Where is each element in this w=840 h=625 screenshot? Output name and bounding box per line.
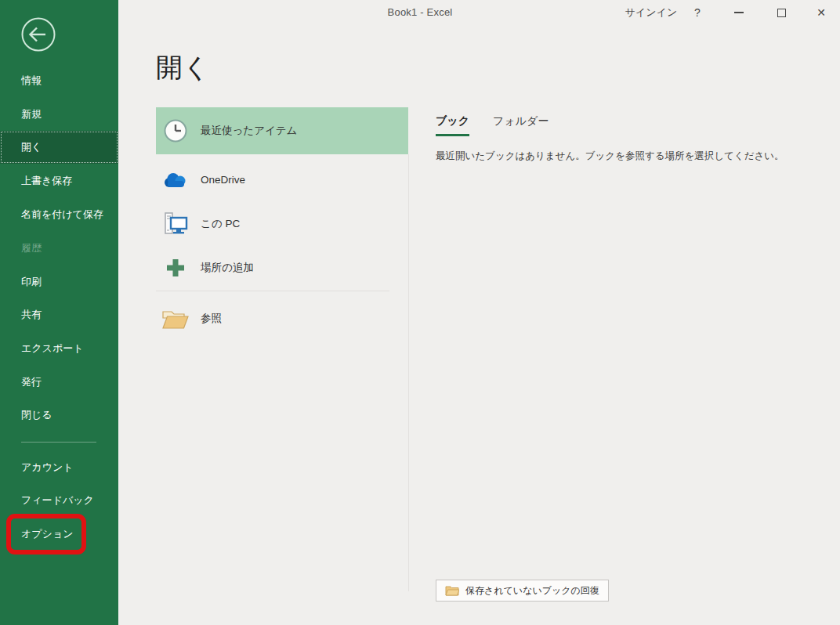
window-title: Book1 - Excel [0,6,840,18]
add-place-plus-icon [161,258,190,278]
sidebar-divider [21,442,96,443]
place-item-recent[interactable]: 最近使ったアイテム [156,107,408,154]
sidebar-item-info[interactable]: 情報 [0,64,118,97]
place-label: 参照 [201,312,222,326]
maximize-icon[interactable] [769,0,793,25]
place-item-onedrive[interactable]: OneDrive [156,158,408,201]
sidebar-item-new[interactable]: 新規 [0,98,118,131]
empty-state-message: 最近開いたブックはありません。ブックを参照する場所を選択してください。 [436,150,784,163]
back-arrow-icon[interactable] [20,16,56,52]
place-label: 場所の追加 [201,261,254,275]
sidebar-item-share[interactable]: 共有 [0,298,118,331]
title-bar: Book1 - Excel サインイン ? ✕ [0,0,840,25]
tab-workbooks[interactable]: ブック [436,114,469,136]
panel-divider [408,154,409,591]
close-icon[interactable]: ✕ [809,0,833,25]
browse-folder-icon [161,308,190,330]
sidebar-item-print[interactable]: 印刷 [0,266,118,298]
onedrive-cloud-icon [161,172,190,189]
sidebar-item-save-as[interactable]: 名前を付けて保存 [0,198,118,231]
sidebar-item-account[interactable]: アカウント [0,451,118,484]
sidebar-item-feedback[interactable]: フィードバック [0,484,118,517]
this-pc-icon [161,211,190,237]
place-label: 最近使ったアイテム [201,124,297,138]
sidebar-item-open[interactable]: 開く [0,131,118,164]
sidebar-item-publish[interactable]: 発行 [0,366,118,399]
help-icon[interactable]: ? [686,0,708,25]
recover-button-label: 保存されていないブックの回復 [465,584,599,598]
place-label: この PC [201,217,240,231]
minimize-icon[interactable] [727,0,751,25]
places-divider [156,291,389,291]
recover-unsaved-workbooks-button[interactable]: 保存されていないブックの回復 [436,580,609,602]
recover-folder-icon [445,585,459,596]
sign-in-button[interactable]: サインイン [624,0,679,25]
place-item-add-place[interactable]: 場所の追加 [156,246,408,289]
backstage-sidebar: 情報 新規 開く 上書き保存 名前を付けて保存 履歴 印刷 共有 エクスポート … [0,0,118,625]
tab-folders[interactable]: フォルダー [493,114,549,136]
sidebar-item-options[interactable]: オプション [0,518,118,551]
sidebar-item-save[interactable]: 上書き保存 [0,164,118,197]
workbooks-folders-tabs: ブック フォルダー [436,114,549,136]
sidebar-item-history: 履歴 [0,232,118,265]
place-item-browse[interactable]: 参照 [156,297,408,340]
place-label: OneDrive [201,174,245,186]
page-title: 開く [156,50,210,86]
sidebar-item-export[interactable]: エクスポート [0,332,118,365]
place-item-this-pc[interactable]: この PC [156,202,408,245]
clock-icon [161,118,190,143]
sidebar-item-close[interactable]: 閉じる [0,399,118,432]
